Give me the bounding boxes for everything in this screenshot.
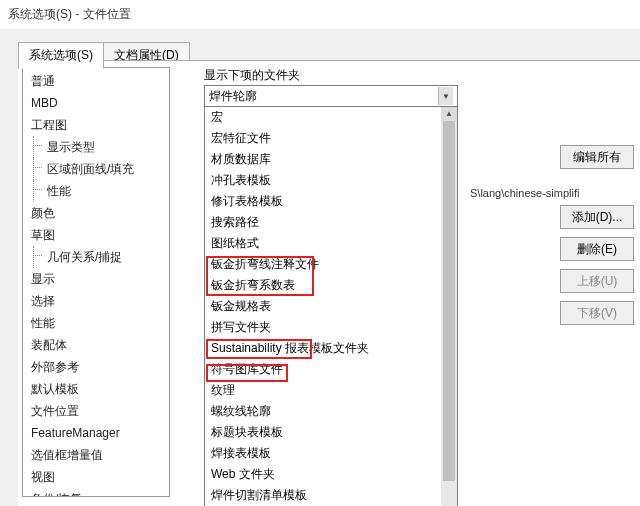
category-tree[interactable]: 普通MBD工程图显示类型区域剖面线/填充性能颜色草图几何关系/捕捉显示选择性能装… xyxy=(22,67,170,497)
tree-item[interactable]: 视图 xyxy=(23,466,169,488)
tree-item[interactable]: 选值框增量值 xyxy=(23,444,169,466)
combo-option[interactable]: 标题块表模板 xyxy=(205,422,457,443)
tree-sub-item[interactable]: 区域剖面线/填充 xyxy=(23,158,169,180)
combo-option[interactable]: Web 文件夹 xyxy=(205,464,457,485)
tree-item[interactable]: 选择 xyxy=(23,290,169,312)
combo-option[interactable]: 钣金折弯系数表 xyxy=(205,275,457,296)
combo-option[interactable]: 钣金规格表 xyxy=(205,296,457,317)
scroll-thumb[interactable] xyxy=(443,121,455,481)
scrollbar[interactable]: ▲ ▼ xyxy=(441,107,457,506)
combo-option[interactable]: 焊接表模板 xyxy=(205,443,457,464)
combo-option[interactable]: 材质数据库 xyxy=(205,149,457,170)
main-panel: 普通MBD工程图显示类型区域剖面线/填充性能颜色草图几何关系/捕捉显示选择性能装… xyxy=(18,60,640,506)
combo-option[interactable]: 修订表格模板 xyxy=(205,191,457,212)
tree-item[interactable]: 性能 xyxy=(23,312,169,334)
combo-option[interactable]: 纹理 xyxy=(205,380,457,401)
combo-selected-text: 焊件轮廓 xyxy=(209,88,438,105)
folder-combo[interactable]: 焊件轮廓 ▼ 宏宏特征文件材质数据库冲孔表模板修订表格模板搜索路径图纸格式钣金折… xyxy=(204,85,458,506)
move-down-button[interactable]: 下移(V) xyxy=(560,301,634,325)
tree-item[interactable]: 装配体 xyxy=(23,334,169,356)
tree-item[interactable]: 备份/恢复 xyxy=(23,488,169,497)
combo-option[interactable]: 钣金折弯线注释文件 xyxy=(205,254,457,275)
tree-item[interactable]: 草图 xyxy=(23,224,169,246)
button-column: 编辑所有 添加(D)... 删除(E) 上移(U) 下移(V) xyxy=(560,145,638,333)
tree-item[interactable]: 普通 xyxy=(23,70,169,92)
add-button[interactable]: 添加(D)... xyxy=(560,205,634,229)
tree-item[interactable]: MBD xyxy=(23,92,169,114)
tree-sub-item[interactable]: 几何关系/捕捉 xyxy=(23,246,169,268)
combo-option[interactable]: 宏特征文件 xyxy=(205,128,457,149)
tree-item[interactable]: 显示 xyxy=(23,268,169,290)
folder-label: 显示下项的文件夹 xyxy=(204,67,640,84)
combo-option[interactable]: 拼写文件夹 xyxy=(205,317,457,338)
combo-option[interactable]: 搜索路径 xyxy=(205,212,457,233)
edit-all-button[interactable]: 编辑所有 xyxy=(560,145,634,169)
combo-option[interactable]: 螺纹线轮廓 xyxy=(205,401,457,422)
tree-item[interactable]: FeatureManager xyxy=(23,422,169,444)
combo-option[interactable]: 焊件切割清单模板 xyxy=(205,485,457,506)
combo-dropdown[interactable]: 宏宏特征文件材质数据库冲孔表模板修订表格模板搜索路径图纸格式钣金折弯线注释文件钣… xyxy=(205,106,457,506)
delete-button[interactable]: 删除(E) xyxy=(560,237,634,261)
combo-option[interactable]: 符号图库文件 xyxy=(205,359,457,380)
tree-item[interactable]: 工程图 xyxy=(23,114,169,136)
combo-selected[interactable]: 焊件轮廓 ▼ xyxy=(205,86,457,106)
tree-item[interactable]: 文件位置 xyxy=(23,400,169,422)
window-title: 系统选项(S) - 文件位置 xyxy=(0,0,640,29)
combo-option[interactable]: 图纸格式 xyxy=(205,233,457,254)
move-up-button[interactable]: 上移(U) xyxy=(560,269,634,293)
tree-item[interactable]: 颜色 xyxy=(23,202,169,224)
tab-system-options[interactable]: 系统选项(S) xyxy=(18,42,104,69)
combo-option[interactable]: Sustainability 报表模板文件夹 xyxy=(205,338,457,359)
tree-sub-item[interactable]: 显示类型 xyxy=(23,136,169,158)
scroll-up-icon[interactable]: ▲ xyxy=(441,107,457,121)
tree-item[interactable]: 外部参考 xyxy=(23,356,169,378)
combo-option[interactable]: 冲孔表模板 xyxy=(205,170,457,191)
combo-option[interactable]: 宏 xyxy=(205,107,457,128)
chevron-down-icon[interactable]: ▼ xyxy=(438,87,453,105)
tree-item[interactable]: 默认模板 xyxy=(23,378,169,400)
tree-sub-item[interactable]: 性能 xyxy=(23,180,169,202)
